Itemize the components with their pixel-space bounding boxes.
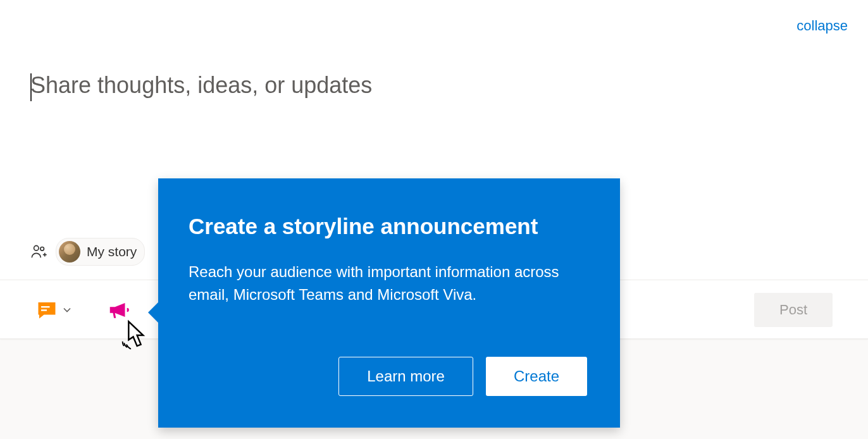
collapse-button[interactable]: collapse [797,18,848,34]
people-add-icon[interactable] [30,243,48,261]
announcement-callout: Create a storyline announcement Reach yo… [158,178,620,428]
chevron-down-icon [61,304,73,316]
post-button[interactable]: Post [754,293,833,327]
callout-buttons: Learn more Create [189,357,587,396]
svg-rect-2 [41,306,50,307]
post-type-dropdown[interactable] [35,299,73,321]
callout-title: Create a storyline announcement [189,214,568,239]
callout-body: Reach your audience with important infor… [189,261,568,306]
compose-input[interactable] [30,70,838,101]
svg-point-1 [40,247,44,251]
create-button[interactable]: Create [486,357,587,396]
discussion-icon [35,299,58,321]
learn-more-button[interactable]: Learn more [338,357,473,396]
avatar [59,241,80,263]
storyline-chip[interactable]: My story [56,238,145,266]
svg-point-0 [34,245,39,250]
svg-rect-3 [41,309,47,311]
megaphone-icon [107,298,131,322]
audience-row: My story [30,238,145,266]
callout-arrow [148,300,161,325]
toolbar-left [35,297,132,323]
announcement-button[interactable] [106,297,132,323]
storyline-label: My story [87,244,137,259]
